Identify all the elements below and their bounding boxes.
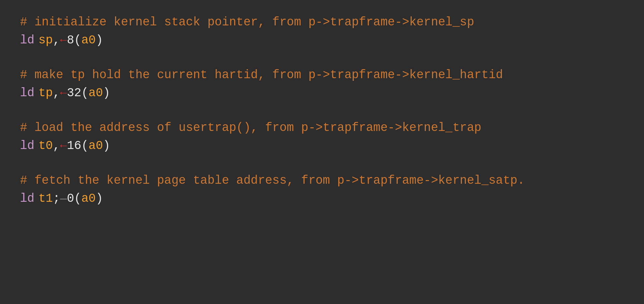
- paren-close-2: ): [103, 84, 110, 102]
- arrow-2: ←: [60, 85, 67, 102]
- section-3: # load the address of usertrap(), from p…: [20, 119, 624, 155]
- keyword-2: ld: [20, 84, 34, 102]
- offset-1: 8: [67, 31, 74, 49]
- offset-4: 0: [67, 190, 74, 208]
- reg-t1: t1: [38, 190, 53, 208]
- arrow-1: ←: [60, 32, 67, 49]
- offset-3: 16: [67, 137, 81, 155]
- comment-1: # initialize kernel stack pointer, from …: [20, 13, 624, 31]
- instruction-4: ld t1;—0(a0): [20, 190, 624, 208]
- paren-close-4: ): [96, 190, 103, 208]
- offset-2: 32: [67, 84, 81, 102]
- instruction-2: ld tp,←32(a0): [20, 84, 624, 102]
- keyword-3: ld: [20, 137, 34, 155]
- paren-open-3: (: [81, 137, 89, 155]
- reg-t0: t0: [38, 137, 53, 155]
- reg-tp: tp: [38, 84, 53, 102]
- paren-close-3: ): [103, 137, 110, 155]
- comma-1: ,: [53, 31, 60, 49]
- reg-sp: sp: [38, 31, 53, 49]
- section-4: # fetch the kernel page table address, f…: [20, 172, 624, 208]
- keyword-4: ld: [20, 190, 34, 208]
- section-1: # initialize kernel stack pointer, from …: [20, 13, 624, 49]
- comment-2: # make tp hold the current hartid, from …: [20, 66, 624, 84]
- arrow-3: ←: [60, 138, 67, 155]
- code-editor: # initialize kernel stack pointer, from …: [20, 13, 624, 224]
- paren-close-1: ): [96, 31, 103, 49]
- section-2: # make tp hold the current hartid, from …: [20, 66, 624, 102]
- comma-3: ,: [53, 137, 60, 155]
- arg-reg-1: a0: [81, 31, 96, 49]
- arrow-4: —: [60, 190, 67, 207]
- semicolon-4: ;: [53, 190, 60, 208]
- arg-reg-4: a0: [81, 190, 96, 208]
- paren-open-4: (: [74, 190, 81, 208]
- keyword-1: ld: [20, 31, 34, 49]
- comma-2: ,: [53, 84, 60, 102]
- instruction-1: ld sp,←8(a0): [20, 31, 624, 49]
- arg-reg-2: a0: [88, 84, 103, 102]
- instruction-3: ld t0,←16(a0): [20, 137, 624, 155]
- paren-open-1: (: [74, 31, 81, 49]
- comment-3: # load the address of usertrap(), from p…: [20, 119, 624, 137]
- paren-open-2: (: [81, 84, 89, 102]
- arg-reg-3: a0: [88, 137, 103, 155]
- comment-4: # fetch the kernel page table address, f…: [20, 172, 624, 190]
